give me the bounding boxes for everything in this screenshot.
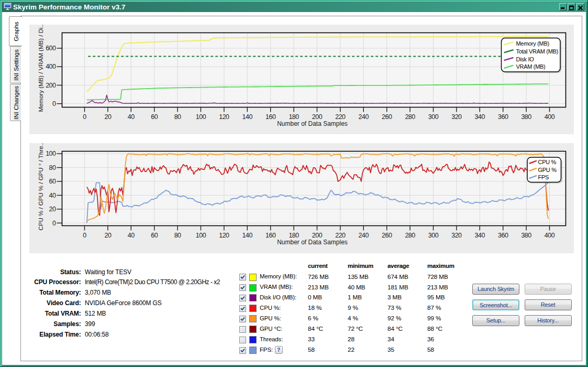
svg-text:60: 60 xyxy=(151,113,158,121)
svg-text:80: 80 xyxy=(174,232,181,239)
svg-text:FPS: FPS xyxy=(538,174,549,180)
svg-text:80: 80 xyxy=(49,164,56,171)
svg-text:140: 140 xyxy=(242,232,253,239)
svg-text:200: 200 xyxy=(46,82,56,89)
svg-text:20: 20 xyxy=(49,206,56,213)
svg-text:VRAM (MB): VRAM (MB) xyxy=(516,63,546,70)
svg-text:100: 100 xyxy=(196,113,206,121)
svg-text:60: 60 xyxy=(49,178,56,185)
svg-text:CPU % / GPU % / GPU ° / Thre..: CPU % / GPU % / GPU ° / Thre... xyxy=(38,143,44,231)
svg-text:320: 320 xyxy=(451,232,462,239)
svg-text:0: 0 xyxy=(83,232,86,239)
svg-text:280: 280 xyxy=(405,113,415,121)
svg-text:280: 280 xyxy=(405,232,415,239)
svg-text:GPU %: GPU % xyxy=(538,167,557,173)
svg-text:220: 220 xyxy=(335,113,346,121)
svg-text:220: 220 xyxy=(335,232,346,239)
svg-text:340: 340 xyxy=(475,232,485,239)
svg-text:340: 340 xyxy=(475,113,485,121)
svg-text:Memory (MB) / VRAM (MB) / Di..: Memory (MB) / VRAM (MB) / Di... xyxy=(38,25,44,112)
svg-text:80: 80 xyxy=(174,113,181,121)
svg-text:40: 40 xyxy=(128,113,135,121)
svg-text:100: 100 xyxy=(196,232,206,239)
svg-text:400: 400 xyxy=(545,113,555,121)
svg-text:180: 180 xyxy=(289,113,299,121)
svg-text:260: 260 xyxy=(382,232,392,239)
svg-text:360: 360 xyxy=(498,113,508,121)
svg-text:Memory (MB): Memory (MB) xyxy=(516,40,549,47)
svg-text:CPU %: CPU % xyxy=(538,159,557,165)
svg-text:Disk IO: Disk IO xyxy=(516,56,535,62)
svg-text:0: 0 xyxy=(83,113,86,121)
svg-text:300: 300 xyxy=(428,113,439,121)
svg-text:60: 60 xyxy=(151,232,158,239)
svg-text:120: 120 xyxy=(219,232,229,239)
svg-text:380: 380 xyxy=(521,232,531,239)
svg-text:20: 20 xyxy=(104,232,111,239)
svg-text:260: 260 xyxy=(382,113,392,121)
svg-text:240: 240 xyxy=(359,113,369,121)
svg-text:400: 400 xyxy=(545,232,555,239)
svg-text:200: 200 xyxy=(312,232,323,239)
svg-text:100: 100 xyxy=(46,150,56,157)
svg-text:140: 140 xyxy=(242,113,253,121)
svg-text:320: 320 xyxy=(451,113,462,121)
svg-text:Number of Data Samples: Number of Data Samples xyxy=(277,239,348,246)
svg-text:0: 0 xyxy=(52,100,56,107)
svg-text:600: 600 xyxy=(46,45,56,52)
svg-text:200: 200 xyxy=(312,113,323,121)
svg-text:300: 300 xyxy=(428,232,439,239)
svg-text:180: 180 xyxy=(289,232,299,239)
svg-text:40: 40 xyxy=(49,192,56,199)
svg-text:Total VRAM (MB): Total VRAM (MB) xyxy=(516,48,558,55)
svg-text:360: 360 xyxy=(498,232,508,239)
svg-text:160: 160 xyxy=(265,232,276,239)
svg-text:160: 160 xyxy=(265,113,276,121)
svg-text:20: 20 xyxy=(104,113,111,121)
svg-text:120: 120 xyxy=(219,113,229,121)
svg-text:40: 40 xyxy=(128,232,135,239)
svg-text:Number of Data Samples: Number of Data Samples xyxy=(277,120,348,127)
svg-text:0: 0 xyxy=(52,220,56,227)
svg-text:380: 380 xyxy=(521,113,531,121)
svg-text:240: 240 xyxy=(359,232,369,239)
svg-text:400: 400 xyxy=(46,63,56,70)
